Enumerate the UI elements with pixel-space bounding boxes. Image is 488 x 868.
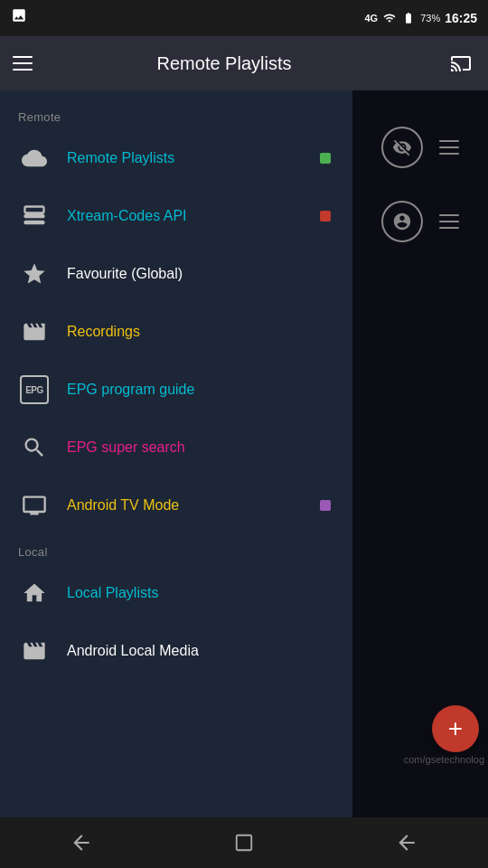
local-playlists-label: Local Playlists [67,585,334,601]
app-bar-title: Remote Playlists [47,53,401,74]
square-button[interactable] [208,825,280,861]
remote-playlists-label: Remote Playlists [67,150,304,166]
hamburger-menu-button[interactable] [13,56,33,71]
section-label-local: Local [0,534,352,564]
person-circle-button[interactable] [381,201,423,242]
search-icon [18,431,51,464]
sidebar: Remote Remote Playlists Xtream-Codes API… [0,90,352,817]
right-panel-row-2 [381,201,459,242]
network-label: 4G [364,13,378,24]
star-icon [18,258,51,290]
xtream-codes-label: Xtream-Codes API [67,208,304,224]
right-panel-row-1 [381,127,459,168]
sidebar-item-android-local[interactable]: Android Local Media [0,622,352,680]
time-label: 16:25 [445,11,477,25]
back-square-button[interactable] [45,825,117,861]
cloud-icon [18,142,51,175]
sidebar-item-android-tv[interactable]: Android TV Mode [0,476,352,534]
status-icons: 4G 73% 16:25 [364,11,477,25]
video-icon [18,316,51,348]
eye-off-button[interactable] [381,127,423,168]
bottom-nav [0,817,488,868]
cast-button[interactable] [448,52,475,74]
sidebar-item-recordings[interactable]: Recordings [0,303,352,361]
section-label-remote: Remote [0,99,352,129]
svg-rect-0 [237,835,252,851]
status-photo-icon [11,7,27,27]
server-icon [18,200,51,232]
app-bar: Remote Playlists [0,36,488,90]
xtream-codes-badge [320,211,331,222]
menu-lines-2[interactable] [439,214,459,229]
back-arrow-button[interactable] [371,825,443,861]
remote-playlists-badge [320,153,331,164]
sidebar-item-favourite[interactable]: Favourite (Global) [0,245,352,303]
android-tv-badge [320,500,331,511]
sidebar-item-remote-playlists[interactable]: Remote Playlists [0,129,352,187]
recordings-label: Recordings [67,324,334,340]
android-local-label: Android Local Media [67,643,334,659]
epg-search-label: EPG super search [67,439,334,456]
sidebar-item-xtream-codes[interactable]: Xtream-Codes API [0,187,352,245]
right-panel: + com/gsetechnolog [352,90,488,817]
sidebar-item-epg-guide[interactable]: EPG EPG program guide [0,361,352,419]
fab-add-button[interactable]: + [432,705,479,752]
android-tv-label: Android TV Mode [67,497,304,514]
sidebar-item-epg-search[interactable]: EPG super search [0,419,352,476]
battery-label: 73% [420,13,440,24]
epg-guide-label: EPG program guide [67,382,334,398]
tv-icon [18,489,51,522]
favourite-label: Favourite (Global) [67,266,334,282]
watermark: com/gsetechnolog [400,752,488,767]
menu-lines-1[interactable] [439,140,459,155]
main-content: Remote Remote Playlists Xtream-Codes API… [0,90,488,817]
home-icon [18,577,51,609]
epg-icon: EPG [18,373,51,406]
sidebar-item-local-playlists[interactable]: Local Playlists [0,564,352,622]
status-bar: 4G 73% 16:25 [0,0,488,36]
film-icon [18,635,51,667]
